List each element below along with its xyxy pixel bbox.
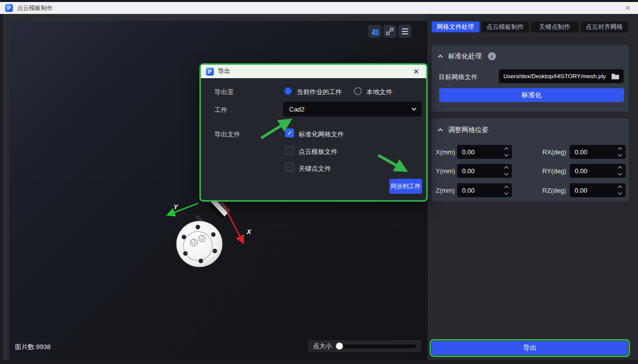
radio-local-file[interactable] [354, 87, 362, 95]
target-mesh-input-wrap [499, 69, 624, 83]
export-to-label: 导出至 [214, 88, 234, 97]
collapse-chevron-icon[interactable] [438, 55, 443, 60]
pose-rx-input[interactable] [575, 148, 605, 156]
pose-rx-label: RX(deg) [542, 148, 566, 156]
checkbox-normalized-mesh-label[interactable]: 标准化网格文件 [299, 130, 344, 139]
workpiece-dropdown[interactable]: Cad2 [283, 102, 422, 117]
dialog-logo-icon: P [206, 68, 214, 76]
dialog-close-icon[interactable]: ✕ [411, 67, 421, 76]
export-files-label: 导出文件 [214, 130, 240, 139]
app-logo-icon: P [5, 4, 13, 12]
export-button-highlight: 导出 [430, 339, 630, 357]
info-icon[interactable]: i [488, 52, 496, 60]
radio-local-file-label[interactable]: 本地文件 [366, 88, 392, 97]
point-size-slider-knob[interactable] [336, 343, 343, 350]
face-count-label: 面片数:9938 [15, 343, 51, 352]
checkbox-pointcloud-template-label[interactable]: 点云模板文件 [299, 147, 337, 156]
pose-ry-input[interactable] [575, 167, 605, 175]
stepper-arrows [505, 183, 508, 197]
node-link-icon [385, 27, 394, 36]
workpiece-dropdown-value: Cad2 [289, 106, 305, 113]
app-body: Y X [0, 14, 638, 364]
step-down-icon[interactable] [504, 191, 508, 195]
checkbox-pointcloud-template[interactable] [285, 146, 294, 155]
3d-model-flange [176, 221, 222, 267]
pose-x-input[interactable] [462, 148, 492, 156]
tab-pointcloud-align[interactable]: 点云对齐网格 [581, 21, 629, 32]
pose-y-input[interactable] [462, 167, 492, 175]
normalize-section: 标准化处理 i 目标网格文件 标准化 [432, 45, 629, 112]
pose-section: 调整网格位姿 X(mm) RX(deg) [432, 119, 629, 201]
step-down-icon[interactable] [618, 171, 622, 175]
radio-current-job[interactable] [284, 87, 292, 95]
export-dialog: P 导出 ✕ 导出至 当前作业的工件 本地文件 工件 Cad2 导出文件 ✓ 标… [199, 63, 428, 202]
point-size-control: 点大小 [308, 340, 421, 352]
step-up-icon[interactable] [504, 186, 508, 190]
chevron-down-icon [412, 106, 417, 111]
check-icon: ✓ [287, 129, 292, 136]
panel-tabbar: 网格文件处理 点云模板制作 关键点制作 点云对齐网格 [432, 21, 628, 32]
axis-y-label: Y [173, 203, 178, 211]
export-dialog-title: 导出 [218, 67, 230, 76]
step-down-icon[interactable] [504, 152, 508, 156]
point-size-slider[interactable] [336, 345, 417, 348]
target-mesh-label: 目标网格文件 [439, 73, 478, 82]
axis-x-arrow [223, 203, 243, 242]
step-down-icon[interactable] [504, 171, 508, 175]
pose-section-header[interactable]: 调整网格位姿 [439, 125, 488, 134]
sync-to-workpiece-button[interactable]: 同步到工件 [389, 179, 422, 194]
pose-x-label: X(mm) [436, 148, 455, 156]
pose-z-spinner [457, 183, 512, 197]
tab-keypoint-making[interactable]: 关键点制作 [531, 21, 579, 32]
pose-ry-spinner [570, 164, 626, 178]
pose-z-input[interactable] [462, 187, 492, 194]
collapse-chevron-icon[interactable] [438, 128, 443, 133]
projection-view-button[interactable] [368, 25, 381, 38]
measure-link-button[interactable] [383, 25, 396, 38]
tab-pointcloud-template[interactable]: 点云模板制作 [481, 21, 529, 32]
step-down-icon[interactable] [618, 152, 622, 156]
pose-section-title: 调整网格位姿 [448, 125, 488, 134]
menu-button[interactable] [398, 25, 411, 38]
projection-view-icon [370, 27, 379, 36]
right-panel: 网格文件处理 点云模板制作 关键点制作 点云对齐网格 标准化处理 i 目标网格文… [429, 14, 638, 364]
stepper-arrows [619, 145, 622, 159]
step-up-icon[interactable] [618, 186, 622, 190]
hamburger-icon [402, 28, 408, 35]
export-dialog-titlebar[interactable]: P 导出 ✕ [201, 65, 426, 78]
app-window: P 点云模板制作 ✕ [0, 0, 638, 364]
stepper-arrows [505, 164, 508, 178]
pose-rz-input[interactable] [575, 187, 605, 194]
export-button[interactable]: 导出 [432, 341, 628, 355]
target-mesh-input[interactable] [503, 73, 611, 80]
normalize-section-header[interactable]: 标准化处理 i [439, 52, 496, 61]
pose-y-spinner [457, 164, 512, 178]
folder-icon[interactable] [611, 73, 620, 80]
step-up-icon[interactable] [504, 147, 508, 151]
normalize-section-title: 标准化处理 [448, 52, 482, 61]
pose-rz-label: RZ(deg) [542, 187, 566, 194]
workpiece-label: 工件 [214, 106, 227, 115]
step-up-icon[interactable] [618, 147, 622, 151]
stepper-arrows [619, 164, 622, 178]
axis-y-arrow [168, 203, 198, 215]
pose-ry-label: RY(deg) [542, 167, 566, 175]
window-titlebar: P 点云模板制作 ✕ [0, 2, 638, 14]
pose-y-label: Y(mm) [436, 167, 455, 175]
normalize-button[interactable]: 标准化 [439, 88, 624, 102]
pose-z-label: Z(mm) [436, 187, 455, 194]
radio-current-job-label[interactable]: 当前作业的工件 [297, 88, 342, 97]
pose-x-spinner [457, 145, 512, 159]
step-up-icon[interactable] [504, 166, 508, 170]
checkbox-normalized-mesh[interactable]: ✓ [285, 128, 294, 137]
window-title: 点云模板制作 [17, 4, 53, 12]
stepper-arrows [505, 145, 508, 159]
tab-mesh-file-processing[interactable]: 网格文件处理 [432, 21, 479, 32]
step-down-icon[interactable] [618, 191, 622, 195]
point-size-label: 点大小 [313, 342, 332, 351]
pose-rz-spinner [570, 183, 626, 197]
checkbox-keypoint-file-label[interactable]: 关键点文件 [299, 164, 331, 173]
checkbox-keypoint-file[interactable] [285, 163, 294, 172]
step-up-icon[interactable] [618, 166, 622, 170]
window-close-icon[interactable]: ✕ [622, 4, 633, 12]
